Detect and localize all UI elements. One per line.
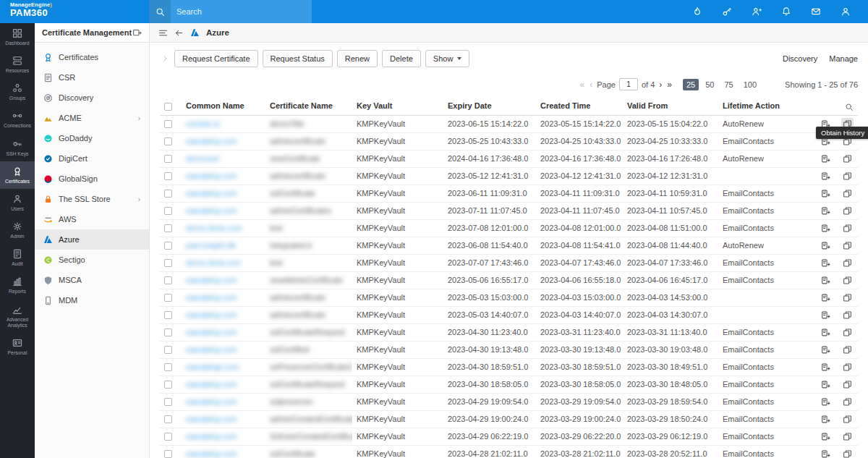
- first-page-button[interactable]: «: [579, 80, 586, 90]
- common-name-link[interactable]: wasabing.com: [186, 276, 237, 284]
- common-name-link[interactable]: wasabing.com: [186, 206, 237, 215]
- common-name-link[interactable]: wasabing.com: [186, 397, 237, 406]
- row-checkbox[interactable]: [164, 259, 172, 267]
- common-name-link[interactable]: wasabing.com: [186, 293, 237, 302]
- row-checkbox[interactable]: [164, 120, 172, 128]
- push-certificate-icon[interactable]: [820, 222, 832, 234]
- obtain-history-icon[interactable]: [841, 344, 854, 356]
- col-lifetime-action[interactable]: Lifetime Action: [718, 97, 798, 115]
- manage-link[interactable]: Manage: [829, 54, 858, 63]
- common-name-link[interactable]: wasabing.com: [186, 380, 237, 389]
- sidebar-item-admin[interactable]: Admin: [0, 216, 35, 244]
- common-name-link[interactable]: wasabing.com: [186, 432, 237, 441]
- col-key-vault[interactable]: Key Vault: [352, 97, 443, 115]
- sidebar-item-connections[interactable]: Connections: [0, 106, 35, 133]
- certnav-item-digicert[interactable]: DigiCert: [35, 148, 149, 169]
- certnav-item-aws[interactable]: AWS: [35, 209, 149, 229]
- row-checkbox[interactable]: [164, 224, 172, 232]
- sidebar-item-certificates[interactable]: Certificates: [0, 161, 35, 189]
- certnav-item-csr[interactable]: CSR: [35, 67, 149, 88]
- row-checkbox[interactable]: [164, 276, 172, 284]
- certnav-item-discovery[interactable]: Discovery: [35, 88, 149, 108]
- sidebar-item-users[interactable]: Users: [0, 189, 35, 216]
- obtain-history-icon[interactable]: [841, 326, 854, 339]
- key-icon[interactable]: [722, 7, 732, 17]
- certnav-item-godaddy[interactable]: GoDaddy: [35, 128, 149, 148]
- sidebar-item-resources[interactable]: Resources: [0, 51, 35, 78]
- delete-button[interactable]: Delete: [382, 50, 421, 67]
- common-name-link[interactable]: wasabing.com: [186, 345, 237, 354]
- row-checkbox[interactable]: [164, 363, 172, 371]
- table-search-icon[interactable]: [845, 103, 854, 111]
- col-expiry-date[interactable]: Expiry Date: [443, 97, 536, 115]
- obtain-history-icon[interactable]: [841, 187, 854, 200]
- col-valid-from[interactable]: Valid From: [623, 97, 718, 115]
- request-status-button[interactable]: Request Status: [263, 50, 333, 67]
- last-page-button[interactable]: »: [666, 80, 673, 90]
- row-checkbox[interactable]: [164, 137, 172, 145]
- obtain-history-icon[interactable]: [841, 361, 854, 373]
- push-certificate-icon[interactable]: [820, 170, 832, 182]
- next-page-button[interactable]: ›: [658, 80, 663, 90]
- common-name-link[interactable]: wasabing.com: [186, 449, 237, 458]
- obtain-history-icon[interactable]: [841, 153, 854, 165]
- row-checkbox[interactable]: [164, 155, 172, 163]
- row-checkbox[interactable]: [164, 207, 172, 215]
- push-certificate-icon[interactable]: [820, 153, 832, 165]
- row-checkbox[interactable]: [164, 294, 172, 302]
- page-size-50[interactable]: 50: [702, 79, 718, 90]
- row-checkbox[interactable]: [164, 415, 172, 423]
- push-certificate-icon[interactable]: [820, 239, 832, 252]
- sidebar-item-dashboard[interactable]: Dashboard: [0, 23, 35, 51]
- search-icon[interactable]: [149, 0, 171, 23]
- row-checkbox[interactable]: [164, 450, 172, 458]
- push-certificate-icon[interactable]: [820, 309, 832, 321]
- sidebar-item-ssh-keys[interactable]: SSH Keys: [0, 134, 35, 161]
- bell-icon[interactable]: [781, 7, 791, 17]
- col-created-time[interactable]: Created Time: [536, 97, 623, 115]
- common-name-link[interactable]: wasabing.com: [186, 310, 237, 319]
- profile-icon[interactable]: [841, 7, 851, 17]
- obtain-history-icon[interactable]: [841, 274, 854, 287]
- sidebar-item-personal[interactable]: Personal: [0, 333, 35, 360]
- common-name-link[interactable]: demo.desk.cert: [186, 258, 240, 267]
- common-name-link[interactable]: wasabing.com: [186, 171, 237, 180]
- row-checkbox[interactable]: [164, 190, 172, 198]
- back-arrow-icon[interactable]: [174, 28, 184, 38]
- obtain-history-icon[interactable]: [841, 413, 854, 425]
- push-certificate-icon[interactable]: [820, 431, 832, 443]
- obtain-history-icon[interactable]: [841, 396, 854, 408]
- obtain-history-icon[interactable]: [841, 257, 854, 269]
- sidebar-item-reports[interactable]: Reports: [0, 271, 35, 299]
- col-certificate-name[interactable]: Certificate Name: [265, 97, 352, 115]
- common-name-link[interactable]: wasabing.com: [186, 137, 237, 145]
- certnav-item-mdm[interactable]: MDM: [35, 290, 149, 310]
- row-checkbox[interactable]: [164, 381, 172, 389]
- common-name-link[interactable]: certsite.io: [186, 119, 220, 128]
- select-all-checkbox[interactable]: [164, 103, 172, 111]
- certnav-item-globalsign[interactable]: GlobalSign: [35, 169, 149, 189]
- obtain-history-icon[interactable]: [841, 170, 854, 182]
- row-checkbox[interactable]: [164, 398, 172, 406]
- page-input[interactable]: [619, 78, 638, 90]
- discovery-link[interactable]: Discovery: [783, 54, 817, 63]
- push-certificate-icon[interactable]: [820, 187, 832, 200]
- common-name-link[interactable]: wasabing.com: [186, 328, 237, 336]
- row-checkbox[interactable]: [164, 346, 172, 354]
- obtain-history-icon[interactable]: [841, 309, 854, 321]
- push-certificate-icon[interactable]: [820, 205, 832, 217]
- obtain-history-icon[interactable]: [841, 292, 854, 304]
- common-name-link[interactable]: demozart: [186, 154, 219, 163]
- request-certificate-button[interactable]: Request Certificate: [174, 50, 258, 67]
- push-certificate-icon[interactable]: [820, 292, 832, 304]
- row-checkbox[interactable]: [164, 328, 172, 336]
- show-dropdown[interactable]: Show: [425, 50, 470, 67]
- push-certificate-icon[interactable]: [820, 344, 832, 356]
- prev-page-button[interactable]: ‹: [589, 80, 593, 90]
- push-certificate-icon[interactable]: [820, 361, 832, 373]
- page-size-75[interactable]: 75: [720, 79, 736, 90]
- certnav-item-certificates[interactable]: Certificates: [35, 47, 149, 67]
- push-certificate-icon[interactable]: [820, 326, 832, 339]
- search-input[interactable]: [171, 7, 294, 16]
- common-name-link[interactable]: demo.desk.com: [186, 224, 242, 232]
